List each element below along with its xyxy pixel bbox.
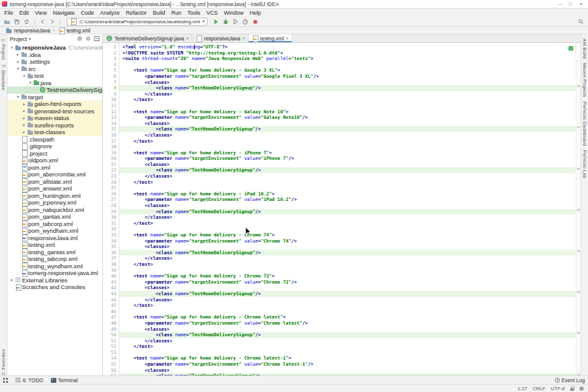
event-log-button[interactable]: Event Log bbox=[562, 377, 585, 383]
code-line[interactable]: <parameter name="targetEnvironment" valu… bbox=[123, 115, 581, 121]
menu-item-build[interactable]: Build bbox=[149, 10, 168, 16]
line-number[interactable]: 48 bbox=[103, 320, 116, 326]
chevron-right-icon[interactable]: ▸ bbox=[21, 108, 27, 113]
menu-item-help[interactable]: Help bbox=[247, 10, 265, 16]
code-line[interactable]: <classes> bbox=[123, 285, 581, 291]
tool-window-button[interactable]: Perfecto Dashboard bbox=[582, 97, 587, 146]
code-line[interactable]: </test> bbox=[123, 97, 581, 103]
editor-gutter[interactable]: 1234567891011121314151617181920212223242… bbox=[103, 43, 119, 375]
tool-window-switcher-icon[interactable] bbox=[3, 378, 8, 383]
close-icon[interactable]: × bbox=[286, 36, 289, 41]
code-line[interactable]: <test name="Sign up for home delivery - … bbox=[123, 232, 581, 238]
menu-item-window[interactable]: Window bbox=[221, 10, 247, 16]
breadcrumb-item[interactable]: responsiveJava bbox=[4, 28, 52, 34]
chevron-down-icon[interactable]: ▾ bbox=[15, 66, 21, 71]
code-line[interactable]: <parameter name="targetEnvironment" valu… bbox=[123, 156, 581, 162]
code-line[interactable]: </classes> bbox=[123, 297, 581, 303]
code-line[interactable]: <test name="Sign up for home delivery - … bbox=[123, 314, 581, 320]
line-number[interactable]: 47 bbox=[103, 314, 116, 320]
close-icon[interactable]: × bbox=[186, 36, 189, 41]
code-line[interactable]: <parameter name="targetEnvironment" valu… bbox=[123, 197, 581, 203]
tree-item[interactable]: Scratches and Consoles bbox=[7, 284, 102, 291]
line-number[interactable]: 52 bbox=[103, 344, 116, 350]
tree-item[interactable]: ▸External Libraries bbox=[7, 277, 102, 284]
code-line[interactable]: <parameter name="targetEnvironment" valu… bbox=[123, 238, 581, 244]
tree-item[interactable]: TestHomeDeliverySignup bbox=[7, 86, 102, 94]
line-number[interactable]: 46 bbox=[103, 309, 116, 315]
chevron-right-icon[interactable]: ▸ bbox=[15, 59, 21, 64]
line-number[interactable]: 15 bbox=[103, 126, 116, 132]
menu-item-analyze[interactable]: Analyze bbox=[97, 10, 123, 16]
code-line[interactable]: </test> bbox=[123, 262, 581, 268]
chevron-down-icon[interactable]: ▾ bbox=[29, 37, 31, 42]
code-line[interactable] bbox=[123, 103, 581, 109]
tree-item[interactable]: ▾java bbox=[7, 80, 102, 87]
code-line[interactable] bbox=[123, 185, 581, 191]
tool-window-button[interactable]: 1: Project bbox=[1, 34, 6, 60]
tree-item[interactable]: ▸galen-html-reports bbox=[7, 100, 102, 108]
code-line[interactable]: </classes> bbox=[123, 338, 581, 344]
line-number[interactable]: 12 bbox=[103, 109, 116, 115]
line-number[interactable]: 39 bbox=[103, 268, 116, 274]
close-icon[interactable]: × bbox=[242, 36, 245, 41]
close-button[interactable]: × bbox=[576, 0, 586, 8]
code-line[interactable]: </test> bbox=[123, 179, 581, 186]
line-number[interactable]: 36 bbox=[103, 250, 116, 256]
code-line[interactable]: <classes> bbox=[123, 80, 581, 86]
tree-item[interactable]: ▸surefire-reports bbox=[7, 122, 102, 129]
line-number[interactable]: 1 bbox=[103, 44, 116, 50]
line-number[interactable]: 9 bbox=[103, 91, 116, 97]
line-number[interactable]: 16 bbox=[103, 132, 116, 138]
code-line[interactable] bbox=[123, 62, 581, 68]
code-line[interactable]: <class name="TestHomeDeliverySignup"/> bbox=[119, 250, 581, 256]
tree-item[interactable]: testng.xml bbox=[7, 241, 102, 249]
code-line[interactable]: <!DOCTYPE suite SYSTEM "http://testng.or… bbox=[123, 50, 581, 56]
line-number[interactable]: 28 bbox=[103, 203, 116, 209]
line-number[interactable]: 24 bbox=[103, 179, 116, 186]
menu-item-edit[interactable]: Edit bbox=[17, 10, 32, 16]
tree-item[interactable]: oldpom.xml bbox=[7, 157, 102, 164]
code-line[interactable]: </classes> bbox=[123, 173, 581, 179]
line-number[interactable]: 55 bbox=[103, 361, 116, 368]
code-line[interactable]: </test> bbox=[123, 303, 581, 309]
inspection-profile-icon[interactable] bbox=[579, 386, 584, 391]
line-number[interactable]: 33 bbox=[103, 232, 116, 238]
line-number[interactable]: 41 bbox=[103, 279, 116, 285]
tree-item[interactable]: testng_wyndham.xml bbox=[7, 263, 102, 270]
tool-window-button[interactable]: Ant Build bbox=[582, 34, 587, 59]
code-line[interactable]: </classes> bbox=[123, 214, 581, 221]
tool-window-button[interactable]: Terminal bbox=[51, 377, 78, 383]
code-line[interactable] bbox=[123, 350, 581, 356]
profiler-button[interactable] bbox=[241, 18, 249, 26]
code-line[interactable]: <test name="Sign up for home delivery - … bbox=[123, 191, 581, 197]
menu-item-code[interactable]: Code bbox=[78, 10, 97, 16]
code-line[interactable]: <test name="Sign up for home delivery - … bbox=[123, 150, 581, 156]
code-line[interactable]: <test name="Sign up for home delivery - … bbox=[123, 273, 581, 279]
tree-item[interactable]: pom_qantas.xml bbox=[7, 213, 102, 221]
debug-button[interactable] bbox=[222, 18, 230, 26]
code-line[interactable]: <test name="Sign up for home delivery - … bbox=[123, 355, 581, 361]
tree-item[interactable]: .gitignore bbox=[7, 143, 102, 150]
line-number[interactable]: 34 bbox=[103, 238, 116, 244]
code-line[interactable] bbox=[123, 268, 581, 274]
code-line[interactable]: </classes> bbox=[123, 132, 581, 138]
line-number[interactable]: 11 bbox=[103, 103, 116, 109]
line-number[interactable]: 57 bbox=[103, 373, 116, 375]
tree-item[interactable]: pom_allstate.xml bbox=[7, 178, 102, 186]
code-line[interactable]: <class name="TestHomeDeliverySignup"/> bbox=[119, 85, 581, 91]
code-line[interactable]: <parameter name="targetEnvironment" valu… bbox=[123, 361, 581, 368]
code-line[interactable]: <class name="TestHomeDeliverySignup"/> bbox=[119, 332, 581, 338]
code-line[interactable]: </classes> bbox=[123, 91, 581, 97]
line-number[interactable]: 4 bbox=[103, 62, 116, 68]
hide-panel-icon[interactable] bbox=[94, 36, 100, 43]
tree-item[interactable]: pom_nabquickbiz.xml bbox=[7, 206, 102, 214]
code-line[interactable]: <parameter name="targetEnvironment" valu… bbox=[123, 279, 581, 285]
line-number[interactable]: 10 bbox=[103, 97, 116, 103]
breadcrumb-item[interactable]: testng.xml bbox=[56, 28, 92, 34]
tree-item[interactable]: pom_jcpenney.xml bbox=[7, 199, 102, 206]
tree-item[interactable]: ▸maven-status bbox=[7, 115, 102, 122]
line-number[interactable]: 18 bbox=[103, 144, 116, 150]
menu-item-view[interactable]: View bbox=[32, 10, 50, 16]
line-number[interactable]: 31 bbox=[103, 221, 116, 227]
line-number[interactable]: 42 bbox=[103, 285, 116, 291]
